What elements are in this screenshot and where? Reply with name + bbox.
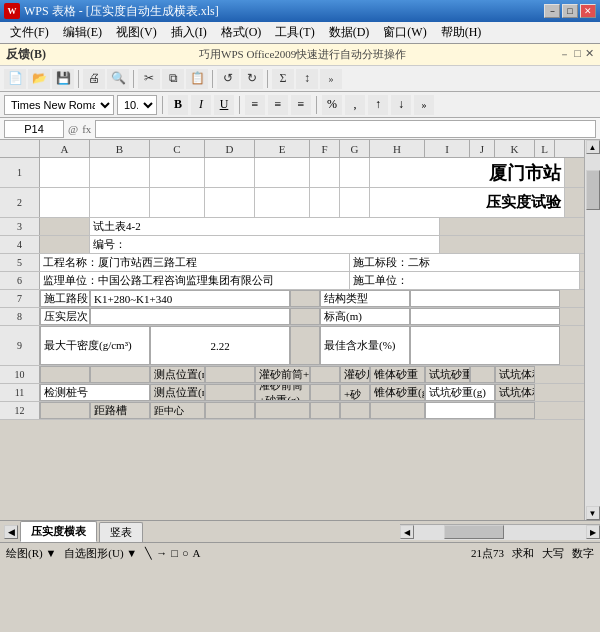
cell-b4-merged[interactable]: 编号： [90,236,440,253]
col-header-e[interactable]: E [255,140,310,157]
cell-f8[interactable] [290,308,320,325]
cell-f7[interactable] [290,290,320,307]
align-center-button[interactable]: ≡ [268,95,288,115]
formula-input[interactable] [95,120,596,138]
cell-a7[interactable]: 施工路段 [40,290,90,307]
cell-g10[interactable]: 灌砂后筒+砂重 [340,366,370,383]
scroll-left-arrow[interactable]: ◀ [400,525,414,539]
col-header-j[interactable]: J [470,140,495,157]
horizontal-scrollbar[interactable]: ◀ ▶ [400,524,600,540]
fx-icon[interactable]: fx [82,123,91,135]
undo-button[interactable]: ↺ [217,69,239,89]
cell-h2-merged[interactable]: 压实度试验 [370,188,565,217]
rect-tool[interactable]: □ [171,547,178,560]
new-button[interactable]: 📄 [4,69,26,89]
cell-a6-merged[interactable]: 监理单位：中国公路工程咨询监理集团有限公司 [40,272,350,289]
draw-tool-label[interactable]: 绘图(R) ▼ [6,546,56,561]
scroll-thumb[interactable] [586,170,600,210]
col-header-k[interactable]: K [495,140,535,157]
menu-file[interactable]: 文件(F) [4,22,55,43]
cell-a5-merged[interactable]: 工程名称：厦门市站西三路工程 [40,254,350,271]
scroll-right-arrow[interactable]: ▶ [586,525,600,539]
preview-button[interactable]: 🔍 [107,69,129,89]
save-button[interactable]: 💾 [52,69,74,89]
cell-f2[interactable] [310,188,340,217]
restore-button[interactable]: □ [562,4,578,18]
cell-h6-merged[interactable]: 施工单位： [350,272,580,289]
cut-button[interactable]: ✂ [138,69,160,89]
auto-shapes-label[interactable]: 自选图形(U) ▼ [64,546,137,561]
cell-g11[interactable]: 灌砂后筒+砂重(g) [340,384,370,401]
comma-button[interactable]: , [345,95,365,115]
close-button[interactable]: ✕ [580,4,596,18]
arrow-tool[interactable]: → [156,547,167,560]
cell-e11[interactable]: 灌砂前筒+砂重(g) [255,384,310,401]
sheet-tab-horizontal[interactable]: 压实度横表 [20,521,97,542]
cell-g8-merged[interactable]: 标高(m) [320,308,410,325]
col-header-l[interactable]: L [535,140,555,157]
cell-d2[interactable] [205,188,255,217]
decrease-decimal-button[interactable]: ↓ [391,95,411,115]
align-left-button[interactable]: ≡ [245,95,265,115]
font-size-select[interactable]: 10.5 [117,95,157,115]
cell-a8[interactable]: 压实层次 [40,308,90,325]
cell-h5-merged[interactable]: 施工标段：二标 [350,254,580,271]
cell-c10[interactable]: 测点位置(m) [150,366,205,383]
cell-e2[interactable] [255,188,310,217]
menu-help[interactable]: 帮助(H) [435,22,488,43]
cell-c9-merged[interactable]: 2.22 [150,326,290,365]
cell-i8-merged[interactable] [410,308,560,325]
cell-k11[interactable]: 试坑体积(g/cm3 [495,384,535,401]
cell-d1[interactable] [205,158,255,187]
sort-button[interactable]: ↕ [296,69,318,89]
cell-h11[interactable]: 锥体砂重(g) [370,384,425,401]
menu-edit[interactable]: 编辑(E) [57,22,108,43]
cell-g2[interactable] [340,188,370,217]
col-header-f[interactable]: F [310,140,340,157]
bold-button[interactable]: B [168,95,188,115]
cell-a9-merged[interactable]: 最大干密度(g/cm³) [40,326,150,365]
feedback-minimize[interactable]: － [559,47,570,62]
cell-i7-merged[interactable] [410,290,560,307]
cell-a10[interactable] [40,366,90,383]
increase-decimal-button[interactable]: ↑ [368,95,388,115]
cell-b1[interactable] [90,158,150,187]
italic-button[interactable]: I [191,95,211,115]
menu-view[interactable]: 视图(V) [110,22,163,43]
cell-i11-merged[interactable]: 试坑砂重(g) [425,384,495,401]
sheet-tab-vertical[interactable]: 竖表 [99,522,143,542]
more-font-button[interactable]: » [414,95,434,115]
oval-tool[interactable]: ○ [182,547,189,560]
print-button[interactable]: 🖨 [83,69,105,89]
cell-k12[interactable] [495,402,535,419]
cell-c1[interactable] [150,158,205,187]
cell-k10[interactable]: 试坑体积 [495,366,535,383]
menu-format[interactable]: 格式(O) [215,22,268,43]
col-header-a[interactable]: A [40,140,90,157]
col-header-d[interactable]: D [205,140,255,157]
cell-b10[interactable] [90,366,150,383]
cell-a4[interactable] [40,236,90,253]
cell-e12[interactable] [255,402,310,419]
textbox-tool[interactable]: A [193,547,201,560]
cell-a11-merged[interactable]: 检测桩号 [40,384,150,401]
cell-b8-merged[interactable] [90,308,290,325]
cell-a1[interactable] [40,158,90,187]
menu-window[interactable]: 窗口(W) [377,22,432,43]
cell-c11[interactable]: 测点位置(m) [150,384,205,401]
feedback-restore[interactable]: □ [574,47,581,62]
cell-b2[interactable] [90,188,150,217]
menu-insert[interactable]: 插入(I) [165,22,213,43]
cell-h1-merged[interactable]: 厦门市站 [370,158,565,187]
scroll-down-arrow[interactable]: ▼ [586,506,600,520]
cell-c2[interactable] [150,188,205,217]
cell-h12[interactable] [370,402,425,419]
cell-f11[interactable] [310,384,340,401]
cell-b3-merged[interactable]: 试土表4-2 [90,218,440,235]
cell-i12-merged[interactable] [425,402,495,419]
cell-f1[interactable] [310,158,340,187]
vertical-scrollbar[interactable]: ▲ ▼ [584,140,600,520]
sum-button[interactable]: Σ [272,69,294,89]
cell-g7-merged[interactable]: 结构类型 [320,290,410,307]
line-tool[interactable]: ╲ [145,547,152,560]
